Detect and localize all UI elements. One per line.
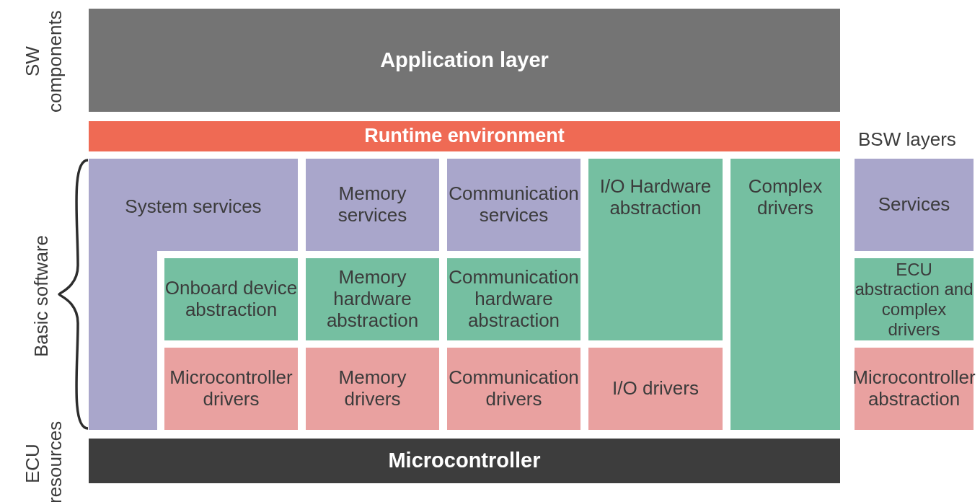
legend-ecu-abstraction-block: ECU abstraction and complex drivers xyxy=(855,258,974,340)
microcontroller-drivers-block: Microcontroller drivers xyxy=(164,348,298,430)
memory-services-block: Memory services xyxy=(306,159,439,251)
microcontroller-block: Microcontroller xyxy=(89,439,840,483)
label-ecu-resources: ECU resources xyxy=(22,424,66,502)
communication-drivers-block: Communication drivers xyxy=(447,348,581,430)
runtime-environment-block: Runtime environment xyxy=(89,121,840,151)
label-sw-components: SW components xyxy=(22,7,66,115)
communication-hw-abstraction-block: Communication hardware abstraction xyxy=(447,258,581,340)
onboard-device-abstraction-block: Onboard device abstraction xyxy=(164,258,298,340)
io-drivers-block: I/O drivers xyxy=(588,348,723,430)
communication-services-block: Communication services xyxy=(447,159,581,251)
system-services-block: System services xyxy=(89,159,298,251)
memory-hw-abstraction-block: Memory hardware abstraction xyxy=(306,258,439,340)
legend-mc-abstraction-block: Microcontroller abstraction xyxy=(855,348,974,430)
legend-services-block: Services xyxy=(855,159,974,251)
brace-icon xyxy=(56,157,91,431)
memory-drivers-block: Memory drivers xyxy=(306,348,439,430)
complex-drivers-block: Complex drivers xyxy=(730,159,840,430)
label-basic-software: Basic software xyxy=(30,180,53,411)
application-layer-block: Application layer xyxy=(89,9,840,112)
io-hardware-abstraction-block: I/O Hardware abstraction xyxy=(588,159,723,340)
diagram-stage: SW components Basic software ECU resourc… xyxy=(0,0,980,502)
label-bsw-layers: BSW layers xyxy=(858,128,956,151)
